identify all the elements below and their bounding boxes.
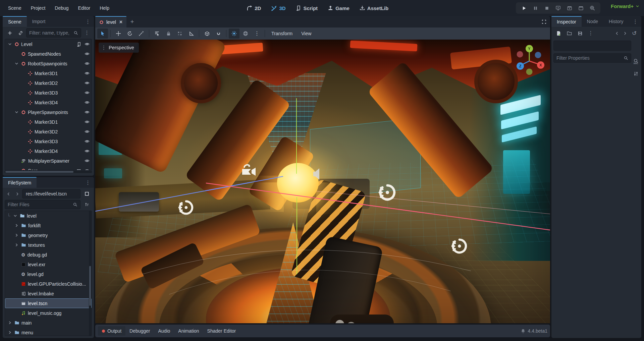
history-forward-button[interactable] (621, 29, 629, 38)
transform-menu[interactable]: Transform (267, 29, 297, 38)
local-space-button[interactable] (202, 29, 212, 39)
visibility-eye-icon[interactable] (85, 139, 90, 144)
fs-tree-row[interactable]: geometry (5, 230, 92, 240)
renderer-dropdown[interactable]: Forward+ (611, 3, 639, 9)
fs-vscrollbar[interactable] (89, 211, 91, 336)
menu-scene[interactable]: Scene (4, 3, 25, 13)
fs-tree-row[interactable]: menu (5, 328, 92, 336)
workspace-tab-2d[interactable]: 2D (243, 4, 264, 13)
scene-tree-hscrollbar[interactable] (5, 171, 92, 173)
tab-inspector[interactable]: Inspector (551, 16, 582, 27)
visibility-eye-icon[interactable] (85, 42, 90, 47)
list-select-tool-button[interactable] (152, 29, 162, 39)
scene-tree-row[interactable]: Marker3D1 (5, 117, 92, 127)
scene-tree-row[interactable]: Marker3D4 (5, 146, 92, 156)
bottom-tab-shader-editor[interactable]: Shader Editor (203, 326, 240, 336)
visibility-eye-icon[interactable] (85, 119, 90, 124)
scene-tree-row[interactable]: Marker3D3 (5, 88, 92, 98)
fs-tree-row[interactable]: textures (5, 240, 92, 250)
bell-icon[interactable] (521, 329, 526, 334)
viewport-3d[interactable]: Y X Z ⋮ Perspective (95, 40, 550, 323)
fs-back-button[interactable] (5, 189, 12, 198)
close-icon[interactable]: × (119, 19, 122, 25)
fs-tree-row[interactable]: level.GPUParticlesCollisio... (5, 279, 92, 289)
tab-node[interactable]: Node (582, 16, 603, 27)
menu-help[interactable]: Help (96, 3, 113, 13)
visibility-eye-icon[interactable] (85, 158, 90, 163)
filesystem-dock-menu-icon[interactable]: ⋮ (82, 177, 94, 188)
new-scene-tab-button[interactable]: + (126, 16, 138, 27)
visibility-eye-icon[interactable] (85, 51, 90, 56)
workspace-tab-3d[interactable]: 3D (268, 4, 289, 13)
object-history-button[interactable]: ↺ (629, 29, 639, 38)
fs-tree-row[interactable]: level.lmbake (5, 289, 92, 298)
scene-tree-row[interactable]: Core (5, 166, 92, 170)
fs-split-view-button[interactable] (82, 189, 92, 198)
scene-tree-row[interactable]: Marker3D1 (5, 68, 92, 78)
play-scene-button[interactable] (565, 3, 574, 13)
fs-tree-row[interactable]: level_music.ogg (5, 308, 92, 318)
sun-env-options-button[interactable]: ⋮ (252, 29, 262, 39)
fs-tree-row[interactable]: main (5, 318, 92, 328)
visibility-eye-icon[interactable] (85, 168, 90, 170)
rotate-tool-button[interactable] (124, 29, 135, 39)
visibility-eye-icon[interactable] (85, 71, 90, 76)
scale-tool-button[interactable] (136, 29, 147, 39)
preview-environment-button[interactable] (240, 29, 251, 39)
remote-debug-button[interactable] (553, 3, 563, 13)
menu-debug[interactable]: Debug (51, 3, 72, 13)
scene-tree-row[interactable]: SpawnedNodes (5, 49, 92, 59)
visibility-eye-icon[interactable] (85, 129, 90, 134)
fs-filter-input[interactable]: Filter Files (5, 200, 80, 209)
visibility-eye-icon[interactable] (85, 90, 90, 95)
scene-tree-row[interactable]: Level (5, 39, 92, 49)
ruler-tool-button[interactable] (186, 29, 197, 39)
fs-tree-row[interactable]: └level (5, 211, 92, 221)
scene-tree-row[interactable]: MultiplayerSpawner (5, 156, 92, 166)
instance-icon[interactable] (76, 168, 81, 171)
scene-tree-row[interactable]: Marker3D3 (5, 136, 92, 146)
scene-tree-row[interactable]: PlayerSpawnpoints (5, 107, 92, 117)
preview-sun-button[interactable] (229, 29, 239, 39)
view-menu[interactable]: View (297, 29, 315, 38)
movie-maker-button[interactable] (588, 3, 597, 13)
distraction-free-button[interactable] (538, 16, 550, 27)
select-tool-button[interactable] (97, 29, 108, 39)
fs-tree-row[interactable]: ⚙level.gd (5, 269, 92, 279)
tab-filesystem[interactable]: FileSystem (3, 177, 37, 188)
scene-tree-row[interactable]: RobotSpawnpoints (5, 59, 92, 68)
visibility-eye-icon[interactable] (85, 149, 90, 154)
menu-editor[interactable]: Editor (74, 3, 95, 13)
property-tools-button[interactable] (632, 71, 640, 76)
bottom-tab-output[interactable]: Output (98, 326, 125, 336)
fs-tree-row[interactable]: level.exr (5, 260, 92, 269)
workspace-tab-game[interactable]: Game (324, 4, 353, 13)
visibility-eye-icon[interactable] (85, 80, 90, 86)
pause-button[interactable] (531, 3, 540, 13)
fs-path-field[interactable]: res://level/level.tscn (22, 189, 80, 198)
history-back-button[interactable] (613, 29, 621, 38)
bottom-tab-audio[interactable]: Audio (154, 326, 174, 336)
fs-sort-button[interactable] (82, 200, 92, 209)
fs-tree-row[interactable]: level.tscn (5, 298, 92, 308)
resource-options-button[interactable]: ⋮ (586, 29, 596, 38)
move-tool-button[interactable] (113, 29, 124, 39)
perspective-menu[interactable]: ⋮ Perspective (99, 43, 139, 53)
new-resource-button[interactable] (553, 29, 564, 38)
add-node-button[interactable] (5, 28, 15, 38)
save-resource-button[interactable] (575, 29, 585, 38)
fs-tree-row[interactable]: ⚙debug.gd (5, 250, 92, 260)
bottom-tab-animation[interactable]: Animation (174, 326, 203, 336)
visibility-eye-icon[interactable] (85, 61, 90, 66)
snap-toggle-button[interactable] (213, 29, 224, 39)
instance-scene-button[interactable] (15, 28, 25, 38)
scene-tree-row[interactable]: Marker3D4 (5, 98, 92, 107)
scene-dock-menu-icon[interactable]: ⋮ (82, 16, 94, 27)
inspector-dock-menu-icon[interactable]: ⋮ (629, 16, 641, 27)
search-help-button[interactable]: DOC (632, 58, 640, 64)
tab-history[interactable]: History (603, 16, 629, 27)
tab-import[interactable]: Import (27, 16, 51, 27)
lock-node-button[interactable] (163, 29, 174, 39)
scene-filter-input[interactable]: Filter: name, t:type, (26, 28, 81, 38)
menu-project[interactable]: Project (27, 3, 50, 13)
